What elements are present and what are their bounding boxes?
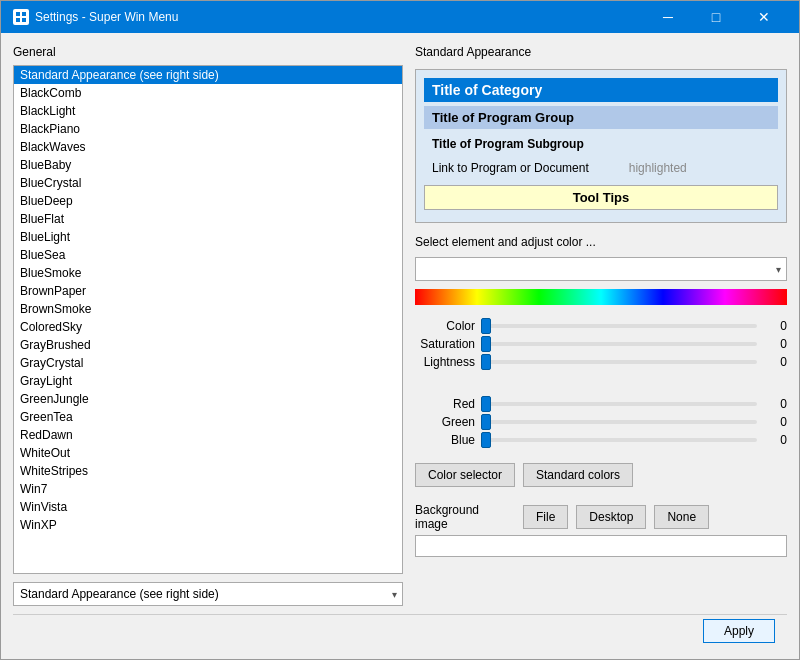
slider-thumb[interactable] — [481, 432, 491, 448]
slider-track[interactable] — [481, 360, 757, 364]
svg-rect-2 — [16, 18, 20, 22]
slider-thumb[interactable] — [481, 354, 491, 370]
list-item[interactable]: BlueDeep — [14, 192, 402, 210]
list-item[interactable]: Win7 — [14, 480, 402, 498]
list-item[interactable]: Standard Appearance (see right side) — [14, 66, 402, 84]
hsl-slider-row: Lightness 0 — [415, 355, 787, 369]
slider-track[interactable] — [481, 402, 757, 406]
bg-row: Background image File Desktop None — [415, 503, 787, 531]
list-item[interactable]: GrayCrystal — [14, 354, 402, 372]
window-controls: ─ □ ✕ — [645, 7, 787, 27]
preview-link-row: Link to Program or Document highlighted — [424, 159, 778, 177]
preview-group: Title of Program Group — [424, 106, 778, 129]
dropdown-wrapper: Standard Appearance (see right side)Blac… — [13, 582, 403, 606]
title-bar-title: Settings - Super Win Menu — [13, 9, 178, 25]
svg-rect-1 — [22, 12, 26, 16]
right-panel-title: Standard Appearance — [415, 45, 787, 59]
slider-track[interactable] — [481, 342, 757, 346]
bg-none-button[interactable]: None — [654, 505, 709, 529]
list-item[interactable]: GreenJungle — [14, 390, 402, 408]
slider-thumb[interactable] — [481, 336, 491, 352]
list-item[interactable]: BlueSea — [14, 246, 402, 264]
close-button[interactable]: ✕ — [741, 7, 787, 27]
slider-label: Saturation — [415, 337, 475, 351]
left-panel: General Standard Appearance (see right s… — [13, 45, 403, 606]
list-item[interactable]: BlueSmoke — [14, 264, 402, 282]
element-dropdown[interactable] — [415, 257, 787, 281]
list-item[interactable]: RedDawn — [14, 426, 402, 444]
preview-tooltip: Tool Tips — [424, 185, 778, 210]
preview-category: Title of Category — [424, 78, 778, 102]
rgb-slider-row: Red 0 — [415, 397, 787, 411]
svg-rect-0 — [16, 12, 20, 16]
rgb-slider-row: Green 0 — [415, 415, 787, 429]
right-panel: Standard Appearance Title of Category Ti… — [415, 45, 787, 606]
apply-button[interactable]: Apply — [703, 619, 775, 643]
slider-value: 0 — [763, 355, 787, 369]
slider-value: 0 — [763, 415, 787, 429]
slider-label: Blue — [415, 433, 475, 447]
slider-label: Lightness — [415, 355, 475, 369]
slider-track[interactable] — [481, 420, 757, 424]
hsl-slider-row: Color 0 — [415, 319, 787, 333]
hsl-sliders: Color 0 Saturation 0 Lightness 0 — [415, 319, 787, 373]
list-item[interactable]: WinVista — [14, 498, 402, 516]
svg-rect-3 — [22, 18, 26, 22]
list-item[interactable]: BlueCrystal — [14, 174, 402, 192]
minimize-button[interactable]: ─ — [645, 7, 691, 27]
list-item[interactable]: BrownPaper — [14, 282, 402, 300]
spacer1 — [415, 381, 787, 389]
rgb-sliders: Red 0 Green 0 Blue 0 — [415, 397, 787, 451]
title-bar: Settings - Super Win Menu ─ □ ✕ — [1, 1, 799, 33]
list-item[interactable]: BlackComb — [14, 84, 402, 102]
bg-file-button[interactable]: File — [523, 505, 568, 529]
slider-thumb[interactable] — [481, 414, 491, 430]
slider-label: Green — [415, 415, 475, 429]
main-content: General Standard Appearance (see right s… — [1, 33, 799, 659]
list-item[interactable]: BlackLight — [14, 102, 402, 120]
list-item[interactable]: BlueLight — [14, 228, 402, 246]
list-item[interactable]: BlackWaves — [14, 138, 402, 156]
slider-label: Red — [415, 397, 475, 411]
list-item[interactable]: WhiteStripes — [14, 462, 402, 480]
list-item[interactable]: BlueBaby — [14, 156, 402, 174]
list-item[interactable]: BrownSmoke — [14, 300, 402, 318]
main-area: General Standard Appearance (see right s… — [13, 45, 787, 606]
maximize-button[interactable]: □ — [693, 7, 739, 27]
left-section-label: General — [13, 45, 403, 59]
slider-thumb[interactable] — [481, 318, 491, 334]
slider-value: 0 — [763, 433, 787, 447]
select-element-label: Select element and adjust color ... — [415, 235, 787, 249]
list-item[interactable]: WhiteOut — [14, 444, 402, 462]
spectrum-bar — [415, 289, 787, 305]
bg-path-input[interactable] — [415, 535, 787, 557]
bg-section: Background image File Desktop None — [415, 503, 787, 557]
list-item[interactable]: GrayLight — [14, 372, 402, 390]
slider-value: 0 — [763, 337, 787, 351]
list-item[interactable]: ColoredSky — [14, 318, 402, 336]
bg-label: Background image — [415, 503, 515, 531]
slider-track[interactable] — [481, 438, 757, 442]
preview-subgroup: Title of Program Subgroup — [424, 133, 778, 155]
slider-track[interactable] — [481, 324, 757, 328]
hsl-slider-row: Saturation 0 — [415, 337, 787, 351]
list-item[interactable]: BlackPiano — [14, 120, 402, 138]
preview-highlighted: highlighted — [629, 161, 687, 175]
color-selector-button[interactable]: Color selector — [415, 463, 515, 487]
element-dropdown-wrapper — [415, 257, 787, 281]
slider-thumb[interactable] — [481, 396, 491, 412]
list-item[interactable]: GrayBrushed — [14, 336, 402, 354]
color-button-row: Color selector Standard colors — [415, 463, 787, 487]
window-icon — [13, 9, 29, 25]
footer: Apply — [13, 614, 787, 647]
theme-dropdown[interactable]: Standard Appearance (see right side)Blac… — [13, 582, 403, 606]
bg-desktop-button[interactable]: Desktop — [576, 505, 646, 529]
rgb-slider-row: Blue 0 — [415, 433, 787, 447]
list-item[interactable]: BlueFlat — [14, 210, 402, 228]
list-item[interactable]: WinXP — [14, 516, 402, 534]
slider-value: 0 — [763, 319, 787, 333]
slider-value: 0 — [763, 397, 787, 411]
standard-colors-button[interactable]: Standard colors — [523, 463, 633, 487]
theme-listbox[interactable]: Standard Appearance (see right side)Blac… — [13, 65, 403, 574]
list-item[interactable]: GreenTea — [14, 408, 402, 426]
